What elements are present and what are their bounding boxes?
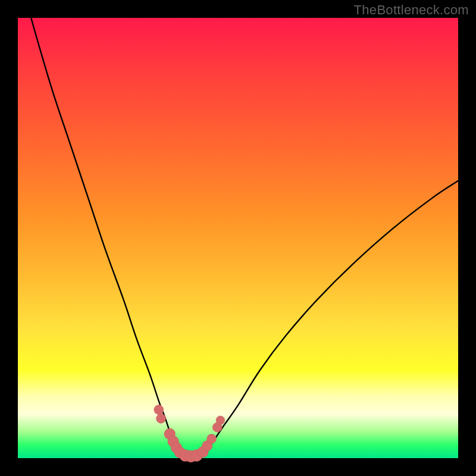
markers-group (154, 405, 225, 462)
watermark-text: TheBottleneck.com (354, 2, 469, 18)
chart-svg (18, 18, 458, 458)
plot-area (18, 18, 458, 458)
chart-frame: TheBottleneck.com (0, 0, 476, 476)
data-marker (154, 405, 164, 415)
data-marker (156, 414, 166, 423)
left-curve (31, 18, 181, 454)
data-marker (216, 416, 225, 425)
data-marker (207, 434, 217, 443)
right-curve (203, 181, 458, 454)
